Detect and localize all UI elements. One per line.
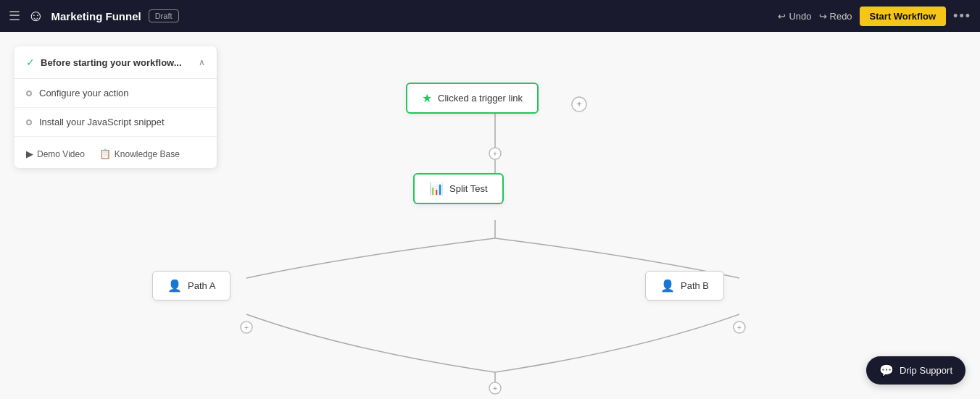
path-b-node[interactable]: 👤 Path B — [645, 271, 724, 301]
person-icon-pink: 👤 — [660, 279, 675, 293]
svg-point-4 — [489, 148, 501, 159]
svg-point-10 — [489, 382, 501, 394]
trigger-star-icon: ★ — [422, 91, 432, 105]
split-icon: 📊 — [429, 182, 444, 196]
undo-label: Undo — [789, 11, 811, 22]
redo-icon: ↪ — [819, 11, 827, 22]
path-a-node[interactable]: 👤 Path A — [152, 271, 231, 301]
dot-icon — [26, 91, 32, 96]
redo-button[interactable]: ↪ Redo — [819, 11, 852, 22]
svg-point-6 — [241, 322, 252, 333]
book-icon: 📋 — [99, 148, 111, 159]
dot-icon — [26, 119, 32, 125]
svg-point-12 — [572, 97, 586, 112]
menu-icon[interactable]: ☰ — [9, 8, 20, 24]
undo-icon: ↩ — [778, 11, 786, 22]
support-icon: 💬 — [879, 364, 894, 377]
sidebar-header[interactable]: ✓ Before starting your workflow... ∧ — [14, 46, 217, 79]
split-test-label: Split Test — [449, 183, 488, 194]
header: ☰ ☺ Marketing Funnel Draft ↩ Undo ↪ Redo… — [0, 0, 980, 32]
more-options-icon[interactable]: ••• — [953, 9, 971, 24]
path-b-label: Path B — [681, 280, 709, 291]
redo-label: Redo — [830, 11, 852, 22]
check-icon: ✓ — [26, 56, 35, 68]
page-title: Marketing Funnel — [51, 10, 141, 22]
video-icon: ▶ — [26, 148, 33, 159]
svg-text:+: + — [737, 323, 742, 332]
demo-video-label: Demo Video — [37, 149, 85, 159]
checklist-panel: ✓ Before starting your workflow... ∧ Con… — [14, 46, 217, 168]
knowledge-base-button[interactable]: 📋 Knowledge Base — [99, 148, 180, 159]
chevron-up-icon: ∧ — [199, 57, 205, 67]
sidebar-item-label: Configure your action — [39, 88, 129, 98]
sidebar-item-label: Install your JavaScript snippet — [39, 117, 165, 127]
person-icon-green: 👤 — [167, 279, 182, 293]
sidebar-item-install[interactable]: Install your JavaScript snippet — [14, 108, 217, 137]
svg-text:+: + — [493, 384, 497, 392]
sidebar-footer: ▶ Demo Video 📋 Knowledge Base — [14, 140, 217, 168]
trigger-node-label: Clicked a trigger link — [438, 93, 523, 104]
start-workflow-button[interactable]: Start Workflow — [860, 7, 947, 26]
trigger-node[interactable]: ★ Clicked a trigger link — [406, 83, 539, 114]
drip-support-label: Drip Support — [900, 365, 952, 376]
draft-badge: Draft — [149, 9, 179, 22]
sidebar-item-configure[interactable]: Configure your action — [14, 79, 217, 108]
sidebar-header-text: Before starting your workflow... — [41, 57, 199, 68]
main-area: ✓ Before starting your workflow... ∧ Con… — [0, 32, 980, 399]
path-a-label: Path A — [188, 280, 215, 291]
demo-video-button[interactable]: ▶ Demo Video — [26, 148, 85, 159]
undo-button[interactable]: ↩ Undo — [778, 11, 811, 22]
logo-icon: ☺ — [28, 7, 43, 25]
svg-text:+: + — [576, 98, 582, 109]
svg-text:+: + — [244, 323, 249, 332]
drip-support-button[interactable]: 💬 Drip Support — [866, 356, 966, 385]
svg-point-8 — [734, 322, 745, 333]
knowledge-base-label: Knowledge Base — [115, 149, 180, 159]
svg-text:+: + — [493, 149, 497, 158]
split-test-node[interactable]: 📊 Split Test — [413, 173, 504, 204]
